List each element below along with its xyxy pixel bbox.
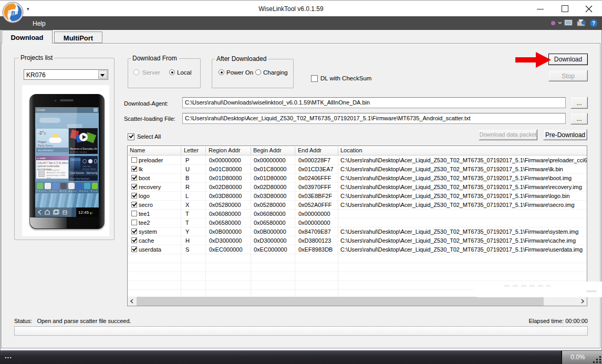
svg-text:B: B xyxy=(10,9,15,17)
svg-text:?: ? xyxy=(592,20,595,26)
